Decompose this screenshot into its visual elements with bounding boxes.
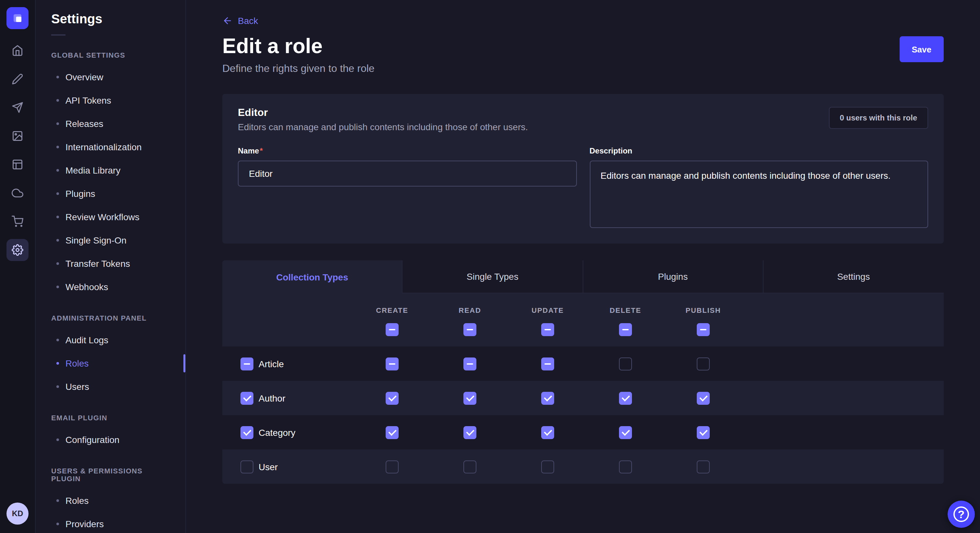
sidebar-item-providers[interactable]: Providers <box>36 512 185 533</box>
settings-gear-icon[interactable] <box>6 239 29 261</box>
sidebar-item-audit-logs[interactable]: Audit Logs <box>36 328 185 352</box>
help-button[interactable]: ? <box>948 501 975 528</box>
section-users-permissions-plugin: USERS & PERMISSIONS PLUGIN Roles Provide… <box>36 467 185 533</box>
sidebar-item-label: Transfer Tokens <box>65 259 130 269</box>
role-form: Name* Description Editors can manage and… <box>238 146 928 228</box>
deployments-cloud-icon[interactable] <box>6 182 29 204</box>
description-field-label: Description <box>590 146 928 155</box>
arrow-left-icon <box>222 16 233 26</box>
update-checkbox[interactable] <box>541 460 554 473</box>
role-name-heading: Editor <box>238 107 528 119</box>
permissions-table-header: CREATE READ UPDATE DELETE PUBLISH <box>222 293 944 346</box>
sidebar-title: Settings <box>36 12 185 27</box>
permission-row-author: Author <box>222 381 944 415</box>
section-label: GLOBAL SETTINGS <box>36 51 185 59</box>
row-select-checkbox[interactable] <box>240 357 253 370</box>
create-checkbox[interactable] <box>386 426 399 439</box>
column-header-delete: DELETE <box>587 306 664 314</box>
sidebar-item-overview[interactable]: Overview <box>36 65 185 89</box>
publish-checkbox[interactable] <box>697 357 710 370</box>
sidebar-item-label: Media Library <box>65 165 121 176</box>
sidebar-item-up-roles[interactable]: Roles <box>36 489 185 512</box>
bullet-icon <box>56 76 59 78</box>
select-all-update-checkbox[interactable] <box>541 323 554 336</box>
create-checkbox[interactable] <box>386 357 399 370</box>
publish-checkbox[interactable] <box>697 392 710 405</box>
description-field-group: Description Editors can manage and publi… <box>590 146 928 228</box>
sidebar-item-label: Audit Logs <box>65 335 108 345</box>
media-library-icon[interactable] <box>6 125 29 147</box>
sidebar-title-divider <box>51 34 65 36</box>
back-label: Back <box>238 16 258 26</box>
select-all-create-checkbox[interactable] <box>386 323 399 336</box>
tab-collection-types[interactable]: Collection Types <box>222 260 403 293</box>
delete-checkbox[interactable] <box>619 460 632 473</box>
releases-icon[interactable] <box>6 97 29 119</box>
sidebar-item-media-library[interactable]: Media Library <box>36 159 185 182</box>
sidebar-item-configuration[interactable]: Configuration <box>36 428 185 451</box>
select-all-publish-checkbox[interactable] <box>697 323 710 336</box>
tab-plugins[interactable]: Plugins <box>583 260 764 293</box>
update-checkbox[interactable] <box>541 392 554 405</box>
permissions-tabs: Collection Types Single Types Plugins Se… <box>222 260 944 293</box>
tab-settings[interactable]: Settings <box>764 260 944 293</box>
read-checkbox[interactable] <box>463 460 476 473</box>
read-checkbox[interactable] <box>463 426 476 439</box>
home-icon[interactable] <box>6 40 29 62</box>
users-with-role-badge[interactable]: 0 users with this role <box>829 107 928 129</box>
read-checkbox[interactable] <box>463 357 476 370</box>
sidebar-item-roles-active[interactable]: Roles <box>36 352 185 375</box>
permission-row-article: Article <box>222 346 944 381</box>
role-name-input[interactable] <box>238 160 576 187</box>
user-avatar[interactable]: KD <box>6 503 29 525</box>
column-header-read: READ <box>431 306 509 314</box>
select-all-delete-checkbox[interactable] <box>619 323 632 336</box>
sidebar-item-webhooks[interactable]: Webhooks <box>36 275 185 298</box>
bullet-icon <box>56 385 59 388</box>
name-field-group: Name* <box>238 146 576 187</box>
update-checkbox[interactable] <box>541 357 554 370</box>
question-mark-icon: ? <box>953 506 969 522</box>
delete-checkbox[interactable] <box>619 392 632 405</box>
content-type-label: Category <box>259 427 296 438</box>
strapi-logo[interactable] <box>6 7 29 29</box>
sidebar-item-releases[interactable]: Releases <box>36 112 185 135</box>
sidebar-item-label: Roles <box>65 358 89 368</box>
row-select-checkbox[interactable] <box>240 426 253 439</box>
content-type-builder-icon[interactable] <box>6 68 29 90</box>
sidebar-item-api-tokens[interactable]: API Tokens <box>36 89 185 112</box>
delete-checkbox[interactable] <box>619 357 632 370</box>
sidebar-item-label: Releases <box>65 119 103 129</box>
publish-checkbox[interactable] <box>697 426 710 439</box>
sidebar-item-users[interactable]: Users <box>36 375 185 398</box>
sidebar-item-label: Single Sign-On <box>65 235 126 246</box>
navbar-icon-list <box>6 40 29 261</box>
column-header-create: CREATE <box>353 306 431 314</box>
create-checkbox[interactable] <box>386 392 399 405</box>
role-description-textarea[interactable]: Editors can manage and publish contents … <box>590 160 928 228</box>
marketplace-cart-icon[interactable] <box>6 211 29 233</box>
create-checkbox[interactable] <box>386 460 399 473</box>
back-link[interactable]: Back <box>222 16 258 26</box>
sidebar-item-internationalization[interactable]: Internationalization <box>36 135 185 159</box>
sidebar-item-review-workflows[interactable]: Review Workflows <box>36 205 185 228</box>
content-manager-icon[interactable] <box>6 154 29 176</box>
read-checkbox[interactable] <box>463 392 476 405</box>
sidebar-item-single-sign-on[interactable]: Single Sign-On <box>36 228 185 252</box>
update-checkbox[interactable] <box>541 426 554 439</box>
bullet-icon <box>56 262 59 265</box>
publish-checkbox[interactable] <box>697 460 710 473</box>
select-all-read-checkbox[interactable] <box>463 323 476 336</box>
tab-single-types[interactable]: Single Types <box>403 260 583 293</box>
delete-checkbox[interactable] <box>619 426 632 439</box>
save-button[interactable]: Save <box>899 36 944 62</box>
page-subtitle: Define the rights given to the role <box>222 63 375 75</box>
sidebar-item-label: API Tokens <box>65 95 111 106</box>
permission-row-category: Category <box>222 415 944 449</box>
row-select-checkbox[interactable] <box>240 392 253 405</box>
sidebar-item-label: Webhooks <box>65 282 108 292</box>
sidebar-item-label: Providers <box>65 519 104 529</box>
row-select-checkbox[interactable] <box>240 460 253 473</box>
sidebar-item-transfer-tokens[interactable]: Transfer Tokens <box>36 252 185 275</box>
sidebar-item-plugins[interactable]: Plugins <box>36 182 185 205</box>
